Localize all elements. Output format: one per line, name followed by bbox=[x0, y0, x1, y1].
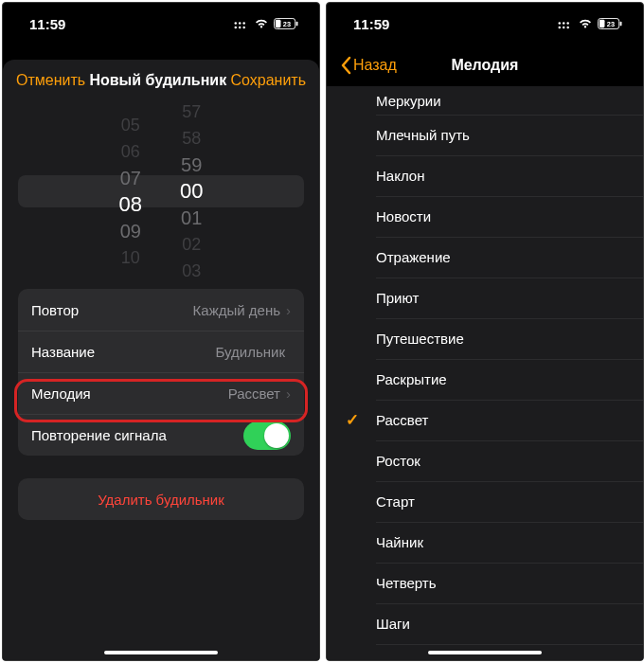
snooze-label: Повторение сигнала bbox=[31, 427, 243, 443]
sound-list[interactable]: МеркурииМлечный путьНаклонНовостиОтражен… bbox=[327, 86, 643, 660]
list-item[interactable]: ✓Рассвет bbox=[327, 400, 643, 440]
sound-name: Чайник bbox=[376, 534, 423, 550]
svg-point-11 bbox=[563, 26, 564, 27]
repeat-label: Повтор bbox=[31, 302, 193, 318]
back-button[interactable]: Назад bbox=[340, 56, 397, 75]
home-indicator[interactable] bbox=[104, 651, 218, 654]
svg-rect-7 bbox=[276, 20, 281, 27]
save-button[interactable]: Сохранить bbox=[230, 72, 306, 89]
status-indicators: 23 bbox=[558, 18, 622, 29]
svg-point-13 bbox=[559, 22, 561, 24]
status-time: 11:59 bbox=[353, 16, 389, 32]
status-indicators: 23 bbox=[234, 18, 298, 29]
sound-name: Млечный путь bbox=[376, 127, 470, 143]
phone-right: 11:59 23 Назад Мелодия МеркурииМлечный п… bbox=[326, 2, 644, 661]
svg-text:23: 23 bbox=[607, 20, 615, 28]
svg-point-12 bbox=[566, 26, 568, 27]
list-item[interactable]: Приют bbox=[327, 278, 643, 318]
svg-point-14 bbox=[563, 22, 564, 24]
list-item[interactable]: Чайник bbox=[327, 522, 643, 563]
time-picker[interactable]: 05 06 07 08 09 10 57 58 59 00 01 02 03 bbox=[3, 101, 319, 281]
sound-label: Мелодия bbox=[31, 385, 228, 402]
svg-rect-18 bbox=[620, 22, 622, 27]
list-item[interactable]: Млечный путь bbox=[327, 115, 643, 155]
hour-column[interactable]: 05 06 07 08 09 10 bbox=[119, 114, 142, 269]
row-sound[interactable]: Мелодия Рассвет › bbox=[18, 372, 304, 414]
svg-point-3 bbox=[235, 22, 237, 24]
svg-point-10 bbox=[559, 26, 561, 27]
cancel-button[interactable]: Отменить bbox=[16, 72, 85, 89]
row-snooze: Повторение сигнала bbox=[18, 414, 304, 456]
list-item[interactable]: Старт bbox=[327, 481, 643, 522]
list-item[interactable]: Новости bbox=[327, 196, 643, 237]
sound-name: Отражение bbox=[376, 249, 451, 265]
checkmark-icon: ✓ bbox=[346, 410, 359, 430]
home-indicator[interactable] bbox=[428, 651, 542, 654]
list-item[interactable]: Росток bbox=[327, 440, 643, 481]
row-name[interactable]: Название Будильник bbox=[18, 331, 304, 372]
sound-name: Рассвет bbox=[376, 412, 428, 428]
chevron-left-icon bbox=[340, 56, 351, 75]
sound-name: Четверть bbox=[376, 575, 437, 591]
sound-name: Росток bbox=[376, 453, 420, 469]
name-label: Название bbox=[31, 344, 216, 360]
sound-name: Приют bbox=[376, 290, 419, 306]
chevron-right-icon: › bbox=[286, 302, 291, 318]
status-time: 11:59 bbox=[29, 16, 65, 32]
svg-point-15 bbox=[566, 22, 568, 24]
list-item[interactable]: Раскрытие bbox=[327, 359, 643, 400]
wifi-icon bbox=[578, 18, 593, 29]
list-item[interactable]: Шаги bbox=[327, 603, 643, 644]
wifi-icon bbox=[254, 18, 269, 29]
phone-left: 11:59 23 Отменить Новый будильник Сохран… bbox=[2, 2, 320, 661]
sound-name: Шаги bbox=[376, 616, 410, 632]
status-bar: 11:59 23 bbox=[327, 3, 643, 45]
sound-name: Меркурии bbox=[376, 93, 441, 109]
sound-name: Раскрытие bbox=[376, 371, 447, 387]
list-item[interactable]: Меркурии bbox=[327, 86, 643, 115]
svg-point-1 bbox=[239, 26, 241, 27]
name-value: Будильник bbox=[216, 344, 285, 360]
chevron-right-icon: › bbox=[286, 385, 291, 402]
row-repeat[interactable]: Повтор Каждый день › bbox=[18, 289, 304, 331]
alarm-settings: Повтор Каждый день › Название Будильник … bbox=[18, 289, 304, 456]
svg-point-5 bbox=[242, 22, 244, 24]
list-item[interactable]: Путешествие bbox=[327, 318, 643, 359]
svg-rect-8 bbox=[296, 22, 298, 27]
sound-name: Новости bbox=[376, 208, 431, 224]
list-item[interactable]: Наклон bbox=[327, 155, 643, 196]
svg-text:23: 23 bbox=[283, 20, 291, 28]
sheet-title: Новый будильник bbox=[89, 72, 226, 89]
status-bar: 11:59 23 bbox=[3, 3, 319, 45]
sound-value: Рассвет bbox=[228, 385, 280, 402]
repeat-value: Каждый день bbox=[193, 302, 280, 318]
battery-icon: 23 bbox=[274, 18, 298, 29]
minute-column[interactable]: 57 58 59 00 01 02 03 bbox=[180, 100, 203, 282]
picker-highlight bbox=[18, 175, 304, 207]
sound-name: Наклон bbox=[376, 168, 424, 184]
list-item[interactable]: Отражение bbox=[327, 237, 643, 278]
sound-name: Старт bbox=[376, 493, 415, 510]
svg-point-2 bbox=[242, 26, 244, 27]
sound-name: Путешествие bbox=[376, 331, 464, 347]
list-item[interactable]: Четверть bbox=[327, 563, 643, 603]
page-title: Мелодия bbox=[451, 57, 518, 74]
svg-point-0 bbox=[235, 26, 237, 27]
alarm-sheet: Отменить Новый будильник Сохранить 05 06… bbox=[3, 60, 319, 660]
nav-bar: Назад Мелодия bbox=[327, 45, 643, 86]
sheet-nav: Отменить Новый будильник Сохранить bbox=[3, 60, 319, 101]
battery-icon: 23 bbox=[598, 18, 622, 29]
snooze-switch[interactable] bbox=[243, 421, 291, 450]
delete-button[interactable]: Удалить будильник bbox=[18, 478, 304, 520]
svg-point-4 bbox=[239, 22, 241, 24]
svg-rect-17 bbox=[599, 20, 605, 27]
sound-name: Шале bbox=[376, 656, 413, 660]
